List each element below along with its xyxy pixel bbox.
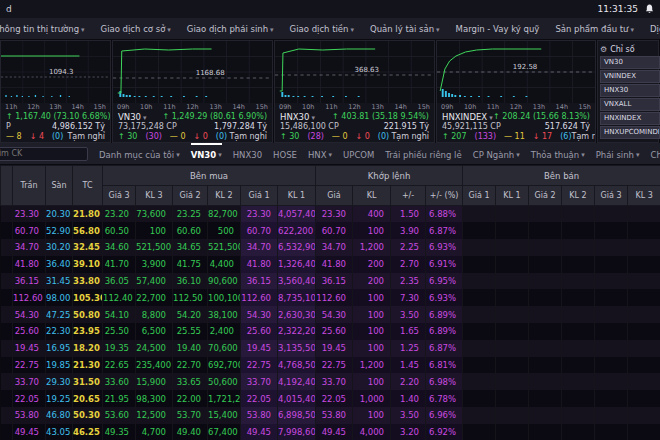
cell-buy-vol-1[interactable]: 3,560,400 — [278, 273, 316, 290]
cell-sell-price-1[interactable] — [463, 340, 496, 357]
cell-buy-price-3[interactable]: 36.05 — [103, 273, 136, 290]
cell-buy-price-2[interactable]: 22.00 — [173, 390, 208, 407]
cell-buy-vol-2[interactable]: 521,500 — [208, 239, 241, 256]
cell-sell-vol-1[interactable] — [496, 222, 529, 239]
cell-buy-price-3[interactable]: 22.65 — [103, 357, 136, 374]
tab-tr-i-phi-u-ri-ng-l-[interactable]: Trái phiếu riêng lẻ — [385, 143, 461, 165]
menu-item-giao-d-ch-c-s-[interactable]: Giao dịch cơ sở▾ — [101, 24, 171, 34]
cell-match-vol[interactable]: 200 — [353, 256, 391, 273]
cell-sell-vol-1[interactable] — [496, 340, 529, 357]
cell-match-vol[interactable]: 400 — [353, 206, 391, 223]
cell-sell-price-2[interactable] — [529, 323, 562, 340]
cell-buy-vol-3[interactable]: 235,400 — [136, 357, 173, 374]
cell-buy-vol-1[interactable]: 4,015,400 — [278, 390, 316, 407]
tab-cp-ng-nh[interactable]: CP Ngành▾ — [473, 143, 520, 165]
cell-sell-price-1[interactable] — [463, 407, 496, 424]
sidebar-index-vnindex[interactable]: VNINDEX — [600, 70, 660, 83]
cell-match-price[interactable]: 25.60 — [316, 323, 353, 340]
cell-sell-price-3[interactable] — [595, 289, 628, 306]
cell-buy-price-3[interactable]: 54.10 — [103, 306, 136, 323]
cell-buy-vol-3[interactable]: 100 — [136, 222, 173, 239]
menu-item-d-ch-v-ti-n-ch[interactable]: Dịch vụ & Tiện ích▾ — [650, 24, 660, 34]
cell-buy-vol-3[interactable]: 15,900 — [136, 373, 173, 390]
cell-sell-vol-3[interactable] — [628, 373, 660, 390]
cell-buy-price-3[interactable]: 33.60 — [103, 373, 136, 390]
cell-sell-vol-3[interactable] — [628, 424, 660, 440]
tab-vn30[interactable]: VN30▾ — [191, 143, 222, 165]
cell-buy-vol-3[interactable]: 6,500 — [136, 323, 173, 340]
tab-th-a-thu-n[interactable]: Thỏa thuận▾ — [531, 143, 585, 165]
cell-sell-vol-3[interactable] — [628, 306, 660, 323]
cell-sell-vol-2[interactable] — [562, 407, 595, 424]
cell-match-vol[interactable]: 100 — [353, 222, 391, 239]
cell-sell-price-3[interactable] — [595, 323, 628, 340]
cell-sell-price-1[interactable] — [463, 373, 496, 390]
cell-buy-vol-3[interactable]: 8,800 — [136, 306, 173, 323]
cell-buy-vol-2[interactable]: 38,100 — [208, 306, 241, 323]
cell-buy-vol-2[interactable]: 2,400 — [208, 323, 241, 340]
cell-buy-price-3[interactable]: 25.50 — [103, 323, 136, 340]
cell-buy-vol-2[interactable]: 4,400 — [208, 256, 241, 273]
tab-danh-m-c-c-a-t-i[interactable]: Danh mục của tôi▾ — [99, 143, 180, 165]
cell-match-vol[interactable]: 100 — [353, 407, 391, 424]
cell-sell-price-2[interactable] — [529, 289, 562, 306]
cell-sell-vol-3[interactable] — [628, 407, 660, 424]
cell-sell-price-1[interactable] — [463, 222, 496, 239]
index-name-dropdown[interactable]: VN30▾ — [118, 112, 147, 123]
cell-buy-vol-2[interactable]: 692,700 — [208, 357, 241, 374]
cell-buy-vol-2[interactable]: 90,600 — [208, 273, 241, 290]
cell-match-price[interactable]: 34.70 — [316, 239, 353, 256]
cell-buy-price-2[interactable]: 22.70 — [173, 357, 208, 374]
cell-sell-price-3[interactable] — [595, 206, 628, 223]
cell-sell-price-2[interactable] — [529, 306, 562, 323]
cell-sell-vol-2[interactable] — [562, 323, 595, 340]
cell-sell-price-2[interactable] — [529, 407, 562, 424]
cell-sell-price-3[interactable] — [595, 222, 628, 239]
cell-match-vol[interactable]: 100 — [353, 373, 391, 390]
menu-item-giao-d-ch-ph-i-sinh[interactable]: Giao dịch phái sinh▾ — [187, 24, 274, 34]
cell-buy-price-1[interactable]: 53.80 — [241, 407, 278, 424]
cell-buy-vol-1[interactable]: 4,057,400 — [278, 206, 316, 223]
index-name-dropdown[interactable]: HNXINDEX▾ — [442, 112, 493, 123]
cell-buy-vol-1[interactable]: 2,322,200 — [278, 323, 316, 340]
cell-match-price[interactable]: 22.05 — [316, 390, 353, 407]
cell-buy-price-2[interactable]: 60.60 — [173, 222, 208, 239]
cell-buy-price-2[interactable]: 54.20 — [173, 306, 208, 323]
cell-sell-vol-3[interactable] — [628, 289, 660, 306]
cell-buy-vol-1[interactable]: 3,135,500 — [278, 340, 316, 357]
buy-col-header-5[interactable]: Giá 1 — [241, 186, 278, 206]
cell-sell-vol-2[interactable] — [562, 256, 595, 273]
cell-buy-vol-1[interactable]: 1,326,400 — [278, 256, 316, 273]
cell-sell-vol-3[interactable] — [628, 357, 660, 374]
cell-buy-vol-3[interactable]: 57,400 — [136, 273, 173, 290]
buy-col-header-4[interactable]: KL 2 — [208, 186, 241, 206]
cell-match-vol[interactable]: 100 — [353, 289, 391, 306]
cell-buy-vol-3[interactable]: 24,500 — [136, 340, 173, 357]
sidebar-index-hnxupcomindex[interactable]: HNXUPCOMINDEX — [600, 126, 660, 139]
cell-sell-vol-2[interactable] — [562, 424, 595, 440]
cell-match-vol[interactable]: 1,200 — [353, 357, 391, 374]
sidebar-index-hnxindex[interactable]: HNXINDEX — [600, 112, 660, 125]
cell-buy-vol-2[interactable]: 15,400 — [208, 407, 241, 424]
cell-sell-vol-1[interactable] — [496, 390, 529, 407]
cell-match-price[interactable]: 33.70 — [316, 373, 353, 390]
cell-buy-price-1[interactable]: 54.30 — [241, 306, 278, 323]
floor-column-header[interactable]: Sàn — [46, 166, 73, 206]
cell-sell-price-2[interactable] — [529, 222, 562, 239]
cell-buy-vol-2[interactable]: 1,721,200 — [208, 390, 241, 407]
cell-sell-vol-1[interactable] — [496, 306, 529, 323]
cell-buy-vol-3[interactable]: 22,700 — [136, 289, 173, 306]
cell-buy-price-1[interactable]: 25.60 — [241, 323, 278, 340]
tab-ph-i-sinh[interactable]: Phái sinh▾ — [596, 143, 640, 165]
bell-icon[interactable] — [645, 4, 654, 14]
cell-match-price[interactable]: 23.30 — [316, 206, 353, 223]
cell-buy-vol-1[interactable]: 4,768,500 — [278, 357, 316, 374]
sell-col-header-3[interactable]: Giá 2 — [529, 186, 562, 206]
cell-sell-price-3[interactable] — [595, 390, 628, 407]
buy-col-header-3[interactable]: Giá 2 — [173, 186, 208, 206]
cell-match-price[interactable]: 19.45 — [316, 340, 353, 357]
match-col-header-1[interactable]: Giá — [316, 186, 353, 206]
menu-item-qu-n-l-t-i-s-n[interactable]: Quản lý tài sản▾ — [370, 24, 440, 34]
sidebar-index-vn30[interactable]: VN30 — [600, 56, 660, 69]
cell-sell-price-1[interactable] — [463, 206, 496, 223]
